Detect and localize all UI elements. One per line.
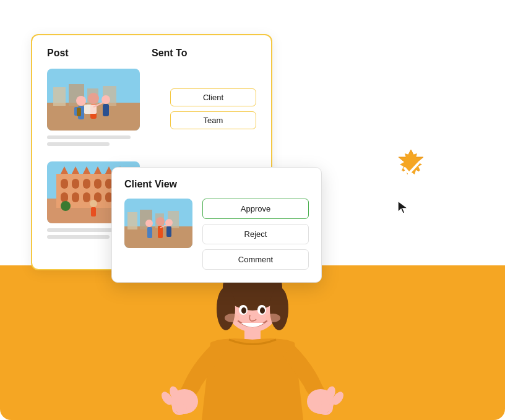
- badge-svg: [391, 148, 431, 188]
- comment-button[interactable]: Comment: [202, 249, 309, 270]
- svg-rect-21: [53, 87, 66, 106]
- cursor-svg: [397, 200, 409, 215]
- svg-rect-67: [147, 227, 152, 238]
- svg-point-28: [88, 93, 99, 104]
- text-line-4: [47, 235, 110, 239]
- text-line-2: [47, 142, 110, 146]
- svg-point-56: [90, 200, 97, 207]
- svg-rect-46: [83, 192, 90, 202]
- svg-rect-40: [83, 179, 90, 189]
- approve-button[interactable]: Approve: [202, 199, 309, 219]
- svg-point-58: [61, 201, 71, 211]
- mouse-cursor: [397, 200, 409, 215]
- reject-button[interactable]: Reject: [202, 224, 309, 244]
- svg-rect-44: [61, 192, 68, 202]
- client-travel-scene: [124, 199, 192, 248]
- client-post-preview: [124, 199, 192, 248]
- svg-point-3: [270, 287, 288, 330]
- svg-rect-45: [72, 192, 79, 202]
- post-row-1: Client Team: [47, 69, 256, 149]
- post-1-wrapper: [47, 69, 152, 149]
- svg-point-16: [260, 307, 265, 314]
- post-1-image: [47, 69, 140, 131]
- client-card-body: Approve Reject Comment: [124, 199, 309, 270]
- svg-point-66: [145, 220, 153, 227]
- svg-rect-38: [61, 179, 68, 189]
- svg-point-15: [241, 307, 246, 314]
- svg-rect-71: [166, 226, 171, 237]
- svg-rect-31: [103, 104, 109, 116]
- svg-rect-62: [127, 212, 137, 229]
- client-button-1[interactable]: Client: [170, 88, 256, 106]
- woman-background: [0, 265, 505, 420]
- woman-illustration: [0, 265, 505, 420]
- svg-marker-75: [398, 201, 408, 213]
- client-view-title: Client View: [124, 179, 309, 190]
- card-header: Post Sent To: [47, 48, 256, 59]
- svg-point-30: [101, 95, 110, 104]
- text-line-1: [47, 135, 131, 139]
- travel-scene-1: [47, 69, 140, 131]
- client-view-card: Client View Approve Reject: [111, 167, 322, 283]
- verified-badge: [391, 148, 431, 188]
- svg-point-17: [225, 314, 240, 322]
- sent-to-buttons-1: Client Team: [152, 88, 256, 129]
- team-button-1[interactable]: Team: [170, 111, 256, 129]
- svg-point-68: [156, 217, 165, 226]
- svg-rect-41: [94, 179, 101, 189]
- post-column-header: Post: [47, 48, 152, 59]
- svg-rect-32: [77, 108, 81, 116]
- post-1-text-lines: [47, 135, 152, 149]
- client-action-buttons: Approve Reject Comment: [202, 199, 309, 270]
- svg-rect-39: [72, 179, 79, 189]
- svg-point-25: [76, 96, 86, 106]
- bottom-photo-section: [0, 265, 505, 420]
- svg-point-2: [217, 287, 235, 330]
- svg-rect-57: [91, 207, 96, 216]
- sent-to-column-header: Sent To: [152, 48, 256, 59]
- svg-point-18: [265, 314, 280, 322]
